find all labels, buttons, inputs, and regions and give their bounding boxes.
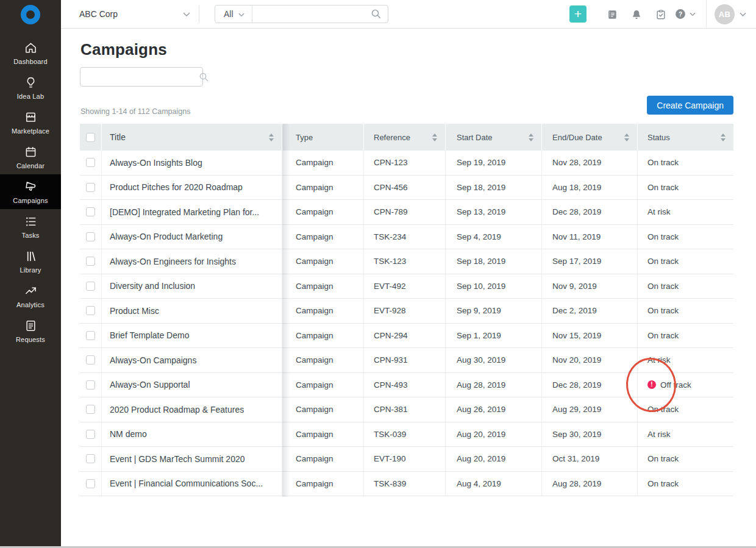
campaign-title: Always-On Product Marketing (110, 232, 223, 241)
campaign-search-input[interactable] (80, 68, 199, 86)
sidebar-item-dashboard[interactable]: Dashboard (0, 35, 61, 70)
global-search-input[interactable] (252, 5, 371, 23)
off-track-alert-icon: ! (647, 380, 656, 389)
table-row[interactable]: Always-On Campaigns Campaign CPN-931 Aug… (80, 348, 733, 373)
campaign-status: On track (647, 282, 679, 291)
campaign-title: Always-On Supportal (110, 380, 190, 390)
campaign-title: [DEMO] Integrated Marketing Plan for... (110, 207, 259, 217)
campaign-end-date: Aug 18, 2019 (552, 183, 601, 192)
campaign-end-date: Nov 20, 2019 (552, 355, 601, 365)
column-header-label: Start Date (457, 133, 493, 142)
sidebar-item-library[interactable]: Library (0, 244, 61, 279)
app-logo[interactable] (0, 0, 61, 29)
row-checkbox[interactable] (86, 232, 95, 241)
campaign-start-date: Sep 19, 2019 (457, 158, 505, 167)
row-checkbox[interactable] (86, 257, 95, 266)
sort-icon[interactable] (269, 133, 274, 141)
sidebar-item-requests[interactable]: Requests (0, 313, 61, 348)
row-checkbox[interactable] (86, 430, 95, 439)
org-switcher[interactable]: ABC Corp (61, 0, 199, 28)
column-header-start-date[interactable]: Start Date (446, 124, 542, 151)
table-row[interactable]: Diversity and Inclusion Campaign EVT-492… (80, 274, 733, 299)
sidebar-item-tasks[interactable]: Tasks (0, 209, 61, 244)
campaign-status: On track (647, 232, 679, 241)
row-checkbox[interactable] (86, 355, 95, 365)
search-scope-select[interactable]: All (215, 5, 252, 23)
column-header-reference[interactable]: Reference (364, 124, 446, 151)
row-checkbox[interactable] (86, 405, 95, 414)
sidebar-item-idea-lab[interactable]: Idea Lab (0, 70, 61, 105)
notifications-bell-icon[interactable] (630, 8, 643, 21)
row-checkbox[interactable] (86, 207, 95, 216)
logo-ring-icon (21, 5, 40, 24)
table-row[interactable]: Always-On Insights Blog Campaign CPN-123… (80, 151, 733, 176)
sort-icon[interactable] (432, 133, 437, 141)
campaign-start-date: Aug 28, 2019 (457, 380, 505, 390)
clipboard-check-icon[interactable] (654, 8, 668, 21)
campaign-end-date: Dec 28, 2019 (552, 207, 601, 216)
sidebar-item-calendar[interactable]: Calendar (0, 140, 61, 174)
row-checkbox[interactable] (86, 158, 95, 167)
campaign-end-date: Dec 28, 2019 (552, 380, 601, 390)
row-checkbox[interactable] (86, 282, 95, 291)
campaign-type: Campaign (296, 183, 333, 192)
table-row[interactable]: Product Pitches for 2020 Roadmap Campaig… (80, 176, 733, 201)
row-checkbox[interactable] (86, 380, 95, 390)
column-header-status[interactable]: Status (638, 124, 733, 151)
user-menu[interactable]: AB (715, 4, 746, 24)
org-name: ABC Corp (79, 9, 183, 19)
campaign-type: Campaign (296, 355, 333, 365)
document-icon (23, 318, 38, 333)
campaign-reference: TSK-123 (374, 257, 406, 266)
row-checkbox[interactable] (86, 479, 95, 488)
help-icon: ? (674, 8, 686, 20)
topbar: ABC Corp All + ? AB (0, 0, 756, 29)
campaign-reference: EVT-492 (374, 282, 406, 291)
sidebar-item-marketplace[interactable]: Marketplace (0, 105, 61, 140)
notebook-icon[interactable] (605, 8, 619, 21)
campaign-reference: TSK-839 (374, 479, 406, 488)
create-campaign-button[interactable]: Create Campaign (647, 96, 733, 115)
campaign-status: On track (647, 257, 679, 266)
table-row[interactable]: Always-On Supportal Campaign CPN-493 Aug… (80, 373, 733, 398)
campaign-start-date: Sep 18, 2019 (457, 183, 505, 192)
campaign-type: Campaign (296, 257, 333, 266)
table-row[interactable]: NM demo Campaign TSK-039 Aug 20, 2019 Se… (80, 422, 733, 447)
table-row[interactable]: [DEMO] Integrated Marketing Plan for... … (80, 200, 733, 225)
campaign-type: Campaign (296, 158, 333, 167)
row-checkbox[interactable] (86, 183, 95, 192)
table-row[interactable]: Product Misc Campaign EVT-928 Sep 9, 201… (80, 299, 733, 324)
column-header-title[interactable]: Title (102, 124, 282, 151)
help-menu[interactable]: ? (674, 8, 696, 20)
library-icon (23, 249, 38, 263)
campaign-title: Product Pitches for 2020 Roadmap (110, 182, 243, 192)
quick-create-button[interactable]: + (569, 5, 587, 23)
row-checkbox[interactable] (86, 331, 95, 340)
campaign-status: On track (647, 306, 679, 315)
sidebar-item-analytics[interactable]: Analytics (0, 279, 61, 313)
column-header-label: Type (296, 133, 313, 142)
row-checkbox[interactable] (86, 306, 95, 315)
row-checkbox[interactable] (86, 454, 95, 463)
table-row[interactable]: Event | Financial Communications Soc... … (80, 472, 733, 497)
table-row[interactable]: Always-On Product Marketing Campaign TSK… (80, 225, 733, 250)
table-row[interactable]: 2020 Product Roadmap & Features Campaign… (80, 397, 733, 422)
sort-icon[interactable] (624, 133, 629, 141)
sidebar-item-campaigns[interactable]: Campaigns (0, 174, 61, 209)
column-header-end-due-date[interactable]: End/Due Date (542, 124, 638, 151)
campaign-start-date: Sep 18, 2019 (457, 257, 505, 266)
chevron-down-icon (183, 9, 190, 20)
table-row[interactable]: Always-On Engineers for Insights Campaig… (80, 249, 733, 274)
sort-icon[interactable] (721, 133, 726, 141)
campaign-title: Product Misc (110, 306, 159, 316)
campaign-end-date: Aug 29, 2019 (552, 405, 601, 414)
campaign-title: 2020 Product Roadmap & Features (110, 405, 244, 415)
sidebar-nav: Dashboard Idea Lab Marketplace Calendar … (0, 29, 61, 546)
select-all-checkbox[interactable] (86, 133, 95, 142)
table-row[interactable]: Event | GDS MarTech Summit 2020 Campaign… (80, 447, 733, 472)
table-row[interactable]: Brief Template Demo Campaign CPN-294 Sep… (80, 324, 733, 349)
campaign-type: Campaign (296, 306, 333, 315)
storefront-icon (23, 110, 38, 124)
sort-icon[interactable] (529, 133, 533, 141)
search-scope-value: All (224, 9, 234, 19)
